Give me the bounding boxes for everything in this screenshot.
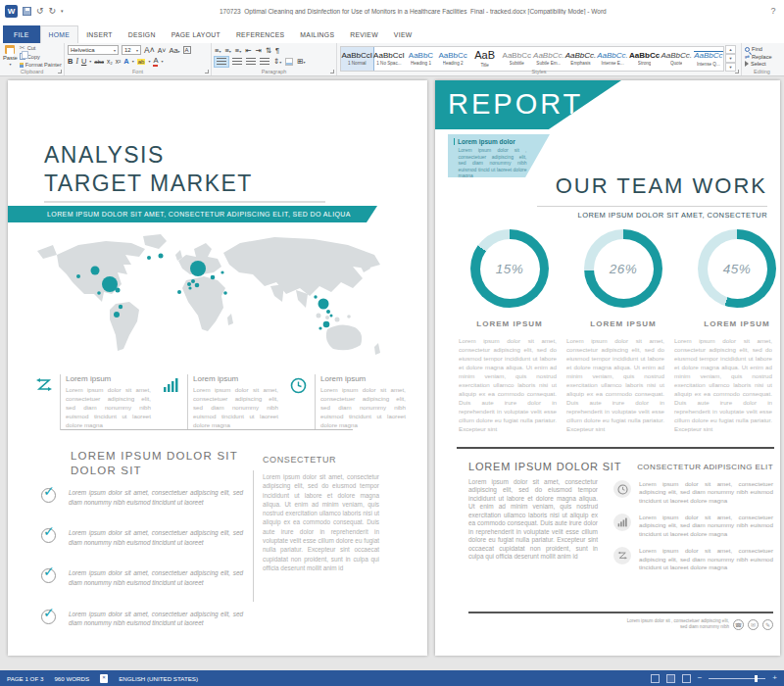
- tab-page-layout[interactable]: PAGE LAYOUT: [164, 25, 228, 43]
- proofing-icon[interactable]: [100, 674, 108, 683]
- page2-heading[interactable]: OUR TEAM WORK: [556, 173, 767, 199]
- change-case-button[interactable]: Aa▾: [169, 47, 179, 55]
- style-subtitle[interactable]: AaBbCcSubtitle: [501, 47, 533, 71]
- font-size-select[interactable]: 12▾: [122, 45, 141, 55]
- style-normal[interactable]: AaBbCcI1 Normal: [341, 47, 373, 71]
- page-indicator[interactable]: PAGE 1 OF 3: [7, 675, 43, 682]
- zoom-slider-thumb[interactable]: [755, 675, 758, 682]
- styles-dialog-launcher-icon[interactable]: [735, 70, 739, 74]
- italic-button[interactable]: I: [75, 58, 78, 66]
- subscript-button[interactable]: x₂: [107, 59, 113, 66]
- icon-list-item[interactable]: Lorem ipsum dolor sit amet, consectetuer…: [613, 480, 773, 505]
- multilevel-list-icon[interactable]: ≡▾: [235, 47, 241, 55]
- cut-button[interactable]: ✂Cut: [20, 44, 62, 51]
- align-right-icon[interactable]: [246, 58, 256, 66]
- zoom-slider[interactable]: [709, 678, 765, 679]
- document-page-2[interactable]: REPORT Lorem ipsum dolor Lorem ipsum dol…: [435, 80, 780, 656]
- select-button[interactable]: Select: [745, 61, 779, 67]
- report-banner[interactable]: REPORT: [435, 80, 621, 129]
- clipboard-dialog-launcher-icon[interactable]: [58, 70, 62, 74]
- font-dialog-launcher-icon[interactable]: [205, 70, 209, 74]
- sort-icon[interactable]: ⇅: [266, 47, 271, 55]
- checklist-heading[interactable]: LOREM IPSUM DOLOR SIT DOLOR SIT: [71, 449, 238, 478]
- zoom-in-icon[interactable]: +: [772, 674, 777, 682]
- icon-list-item[interactable]: Lorem ipsum dolor sit amet, consectetuer…: [613, 547, 773, 571]
- bold-button[interactable]: B: [68, 58, 73, 66]
- highlight-button[interactable]: ab: [137, 59, 146, 65]
- gallery-up-icon[interactable]: ▲: [725, 45, 736, 54]
- read-mode-icon[interactable]: [651, 674, 660, 683]
- gallery-down-icon[interactable]: ▼: [725, 54, 736, 63]
- style-heading2[interactable]: AaBbCcHeading 2: [437, 47, 469, 71]
- web-layout-icon[interactable]: [682, 674, 691, 683]
- text-effects-button[interactable]: A: [123, 58, 128, 66]
- bottom-left-heading[interactable]: LOREM IPSUM DOLOR SIT: [468, 461, 621, 472]
- donut-chart-26[interactable]: 26%: [584, 229, 662, 308]
- highlight-dropdown-icon[interactable]: ▾: [148, 59, 150, 64]
- help-icon[interactable]: ?: [762, 6, 784, 16]
- save-icon[interactable]: [23, 7, 31, 16]
- increase-indent-icon[interactable]: ⇥: [256, 47, 262, 55]
- page1-title[interactable]: ANALYSIS TARGET MARKET: [44, 141, 253, 198]
- document-canvas[interactable]: ANALYSIS TARGET MARKET LOREM IPSUM DOLOR…: [0, 76, 784, 670]
- paste-button[interactable]: Paste ▾: [3, 45, 18, 67]
- align-center-icon[interactable]: [232, 58, 242, 66]
- tab-review[interactable]: REVIEW: [342, 25, 386, 43]
- feature-item[interactable]: Lorem ipsum Lorem ipsum dolor sit amet, …: [290, 374, 406, 430]
- redo-icon[interactable]: ↻: [49, 7, 57, 16]
- style-heading1[interactable]: AaBbCHeading 1: [405, 47, 437, 71]
- style-emphasis[interactable]: AaBbCc.Emphasis: [564, 47, 597, 71]
- style-no-spacing[interactable]: AaBbCcI1 No Spac...: [373, 47, 406, 71]
- tab-home[interactable]: HOME: [40, 25, 79, 43]
- feature-item[interactable]: Lorem ipsum Lorem ipsum dolor sit amet, …: [35, 374, 151, 430]
- phone-icon[interactable]: ☎: [733, 619, 744, 630]
- text-column[interactable]: Lorem ipsum dolor sit amet, consectetur …: [674, 337, 772, 443]
- consectetur-heading[interactable]: CONSECTETUR: [263, 455, 336, 465]
- paragraph-dialog-launcher-icon[interactable]: [330, 70, 334, 74]
- font-family-select[interactable]: Helvetica▾: [68, 45, 119, 55]
- style-subtle-emphasis[interactable]: AaBbCc.Subtle Em...: [533, 47, 565, 71]
- show-paragraph-marks-icon[interactable]: ¶: [275, 47, 279, 55]
- checklist-item[interactable]: Lorem ipsum dolor sit amet, consectetuer…: [41, 568, 249, 587]
- style-title[interactable]: AaBTitle: [468, 47, 501, 71]
- word-logo-icon[interactable]: W: [5, 5, 18, 18]
- print-layout-icon[interactable]: [666, 674, 675, 683]
- checklist-item[interactable]: Lorem ipsum dolor sit amet, consectetuer…: [41, 528, 249, 547]
- copy-button[interactable]: Copy: [20, 53, 62, 60]
- paste-dropdown-icon[interactable]: ▾: [9, 62, 11, 67]
- shading-icon[interactable]: [285, 58, 293, 66]
- zoom-out-icon[interactable]: −: [698, 674, 703, 682]
- tab-mailings[interactable]: MAILINGS: [292, 25, 342, 43]
- tab-insert[interactable]: INSERT: [78, 25, 121, 43]
- line-spacing-icon[interactable]: ⇕▾: [273, 58, 281, 66]
- text-column[interactable]: Lorem ipsum dolor sit amet, consectetur …: [566, 337, 664, 443]
- tab-design[interactable]: DESIGN: [121, 25, 164, 43]
- mail-icon[interactable]: ✉: [748, 619, 759, 630]
- checklist-item[interactable]: Lorem ipsum dolor sit amet, consectetuer…: [41, 488, 249, 507]
- world-map[interactable]: [29, 231, 412, 365]
- style-strong[interactable]: AaBbCcStrong: [628, 47, 661, 71]
- enclose-characters-button[interactable]: A: [183, 46, 191, 54]
- checklist-item[interactable]: Lorem ipsum dolor sit amet, consectetuer…: [41, 610, 249, 628]
- align-left-button[interactable]: [215, 57, 228, 67]
- consectetur-body[interactable]: Lorem ipsum dolor sit amet, consectetur …: [263, 472, 379, 572]
- tab-references[interactable]: REFERENCES: [228, 25, 292, 43]
- bullet-list-icon[interactable]: ≡▾: [215, 47, 220, 55]
- text-column[interactable]: Lorem ipsum dolor sit amet, consectetur …: [459, 337, 557, 443]
- word-count[interactable]: 960 WORDS: [54, 675, 89, 682]
- undo-icon[interactable]: ↺: [36, 7, 44, 16]
- font-color-dropdown-icon[interactable]: ▾: [161, 59, 163, 64]
- feature-item[interactable]: Lorem ipsum Lorem ipsum dolor sit amet, …: [163, 374, 278, 430]
- borders-icon[interactable]: ⊞▾: [297, 58, 305, 66]
- donut-chart-15[interactable]: 15%: [470, 229, 549, 308]
- page2-subheading[interactable]: LOREM IPSUM DOLOR SIT AMET, CONSECTETUR: [578, 211, 767, 220]
- icon-list-item[interactable]: Lorem ipsum dolor sit amet, consectetuer…: [613, 514, 773, 538]
- format-painter-button[interactable]: Format Painter: [20, 62, 62, 68]
- style-quote[interactable]: AaBbCc.Quote: [661, 47, 693, 71]
- underline-dropdown-icon[interactable]: ▾: [89, 59, 91, 64]
- decrease-indent-icon[interactable]: ⇤: [245, 47, 251, 55]
- text-effects-dropdown-icon[interactable]: ▾: [132, 59, 134, 64]
- bottom-left-body[interactable]: Lorem ipsum dolor sit amet, consectetur …: [468, 478, 598, 561]
- underline-button[interactable]: U: [81, 58, 86, 66]
- style-intense-quote[interactable]: AaBbCcIntense Q...: [693, 47, 724, 71]
